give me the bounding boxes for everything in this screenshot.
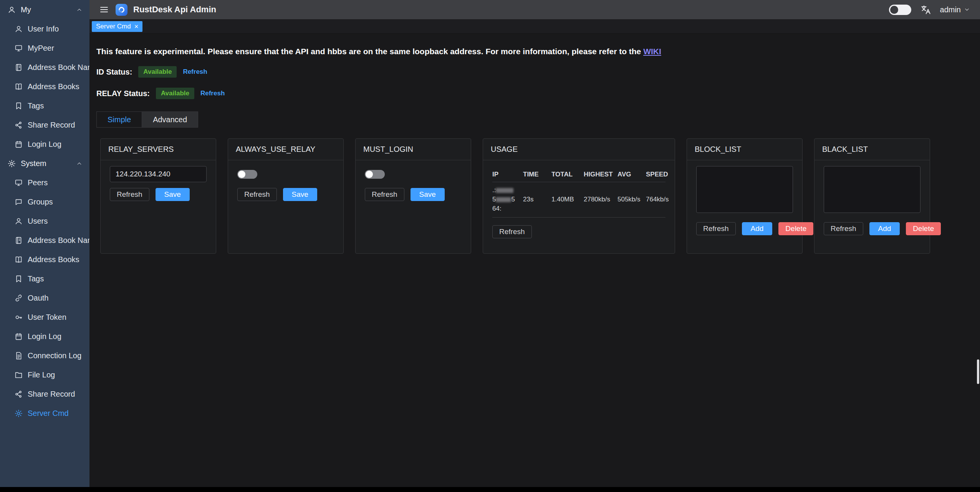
black-list-refresh-button[interactable]: Refresh: [824, 222, 863, 235]
sidebar-item-label: File Log: [28, 371, 55, 379]
must-login-refresh-button[interactable]: Refresh: [365, 188, 404, 201]
usage-ip-cell: .: 55 64:: [492, 186, 523, 213]
redacted-ip-segment: [496, 188, 513, 193]
wiki-link[interactable]: WIKI: [643, 47, 661, 56]
sidebar-item-label: Address Books: [28, 255, 79, 264]
always-use-relay-refresh-button[interactable]: Refresh: [237, 188, 277, 201]
tab-advanced[interactable]: Advanced: [142, 111, 198, 128]
sidebar-item-peers[interactable]: Peers: [0, 173, 89, 192]
sidebar-item-file-log[interactable]: File Log: [0, 365, 89, 384]
sidebar-item-address-book-name[interactable]: Address Book Name: [0, 58, 89, 77]
sidebar-item-label: Address Book Names: [28, 236, 89, 245]
card-block-list: BLOCK_LIST Refresh Add Delete: [687, 138, 803, 254]
block-list-textarea[interactable]: [696, 166, 793, 213]
monitor-icon: [15, 179, 23, 187]
sidebar-item-share-record-system[interactable]: Share Record: [0, 384, 89, 404]
must-login-toggle[interactable]: [365, 170, 385, 179]
sidebar-item-mypeer[interactable]: MyPeer: [0, 38, 89, 58]
sidebar-item-label: Tags: [28, 274, 44, 283]
sidebar-item-login-log-system[interactable]: Login Log: [0, 327, 89, 346]
sidebar-section-my[interactable]: My: [0, 0, 89, 19]
book-icon: [15, 83, 23, 91]
tab-server-cmd[interactable]: Server Cmd ×: [92, 21, 142, 32]
relay-servers-input[interactable]: [110, 166, 207, 182]
sidebar-item-label: User Info: [28, 25, 59, 33]
redacted-ip-segment: [496, 197, 511, 202]
notebook-icon: [15, 236, 23, 244]
sidebar-item-address-book-names[interactable]: Address Book Names: [0, 231, 89, 250]
folder-icon: [15, 371, 23, 379]
translate-icon[interactable]: [920, 5, 931, 15]
section-label: System: [21, 159, 46, 168]
sidebar-section-system[interactable]: System: [0, 154, 89, 173]
tag-icon: [15, 275, 23, 283]
card-title: BLACK_LIST: [814, 139, 930, 160]
window-bottom-edge: [0, 487, 980, 492]
notice-text: This feature is experimental. Please ens…: [96, 47, 643, 56]
sidebar-item-oauth[interactable]: Oauth: [0, 288, 89, 308]
relay-status-refresh-link[interactable]: Refresh: [200, 90, 225, 97]
id-status-label: ID Status:: [96, 68, 132, 76]
usage-table-header: IP TIME TOTAL HIGHEST AVG SPEED: [492, 168, 665, 182]
rustdesk-logo: [116, 4, 127, 16]
tags-bar: Server Cmd ×: [89, 19, 980, 34]
user-menu[interactable]: admin: [940, 5, 970, 14]
sidebar-item-address-books[interactable]: Address Books: [0, 77, 89, 96]
black-list-add-button[interactable]: Add: [869, 222, 900, 235]
relay-servers-save-button[interactable]: Save: [156, 188, 190, 201]
theme-toggle[interactable]: [889, 5, 911, 15]
sidebar-item-user-token[interactable]: User Token: [0, 308, 89, 327]
topbar: RustDesk Api Admin admin: [89, 0, 980, 19]
settings-cards: RELAY_SERVERS Refresh Save ALWAYS_USE_RE…: [100, 138, 968, 254]
relay-status-badge: Available: [156, 88, 194, 99]
relay-servers-refresh-button[interactable]: Refresh: [110, 188, 149, 201]
usage-table: IP TIME TOTAL HIGHEST AVG SPEED .: 55: [492, 168, 665, 218]
sidebar-item-share-record[interactable]: Share Record: [0, 115, 89, 135]
sidebar-item-label: Login Log: [28, 332, 61, 341]
share-icon: [15, 390, 23, 398]
sidebar-item-label: User Token: [28, 313, 66, 322]
block-list-delete-button[interactable]: Delete: [778, 222, 813, 235]
tag-label: Server Cmd: [96, 23, 131, 30]
black-list-delete-button[interactable]: Delete: [906, 222, 941, 235]
app-title: RustDesk Api Admin: [133, 5, 216, 15]
server-cmd-page: This feature is experimental. Please ens…: [89, 34, 980, 492]
username: admin: [940, 5, 961, 14]
moon-icon: [890, 6, 898, 14]
gear-icon: [15, 409, 23, 417]
sidebar-item-label: Server Cmd: [28, 409, 69, 418]
usage-refresh-button[interactable]: Refresh: [492, 225, 532, 238]
chat-icon: [15, 198, 23, 206]
toggle-knob: [366, 171, 373, 178]
id-status-refresh-link[interactable]: Refresh: [183, 68, 207, 76]
tab-simple[interactable]: Simple: [96, 111, 142, 128]
block-list-refresh-button[interactable]: Refresh: [696, 222, 736, 235]
card-title: ALWAYS_USE_RELAY: [228, 139, 343, 160]
usage-time-cell: 23s: [523, 196, 551, 203]
sidebar-item-label: Peers: [28, 178, 48, 187]
ip-fragment: 5: [511, 196, 515, 203]
always-use-relay-toggle[interactable]: [237, 170, 257, 179]
sidebar-item-tags-system[interactable]: Tags: [0, 269, 89, 288]
sidebar-item-connection-log[interactable]: Connection Log: [0, 346, 89, 365]
share-icon: [15, 121, 23, 129]
hamburger-menu-icon[interactable]: [99, 5, 109, 14]
sidebar-item-groups[interactable]: Groups: [0, 192, 89, 211]
card-usage: USAGE IP TIME TOTAL HIGHEST AVG SPEED: [483, 138, 675, 254]
sidebar-item-user-info[interactable]: User Info: [0, 19, 89, 38]
always-use-relay-save-button[interactable]: Save: [283, 188, 317, 201]
black-list-textarea[interactable]: [824, 166, 920, 213]
scrollbar-thumb[interactable]: [977, 359, 979, 384]
sidebar-item-label: Login Log: [28, 140, 61, 149]
sidebar-item-tags[interactable]: Tags: [0, 96, 89, 115]
sidebar-item-login-log[interactable]: Login Log: [0, 135, 89, 154]
ip-fragment: 5: [492, 196, 496, 203]
close-icon[interactable]: ×: [134, 23, 139, 30]
sidebar-item-server-cmd[interactable]: Server Cmd: [0, 404, 89, 423]
sidebar-item-address-books-system[interactable]: Address Books: [0, 250, 89, 269]
sidebar-item-users[interactable]: Users: [0, 211, 89, 231]
must-login-save-button[interactable]: Save: [411, 188, 445, 201]
block-list-add-button[interactable]: Add: [742, 222, 773, 235]
sidebar-item-label: Groups: [28, 198, 53, 206]
usage-total-cell: 1.40MB: [551, 196, 584, 203]
